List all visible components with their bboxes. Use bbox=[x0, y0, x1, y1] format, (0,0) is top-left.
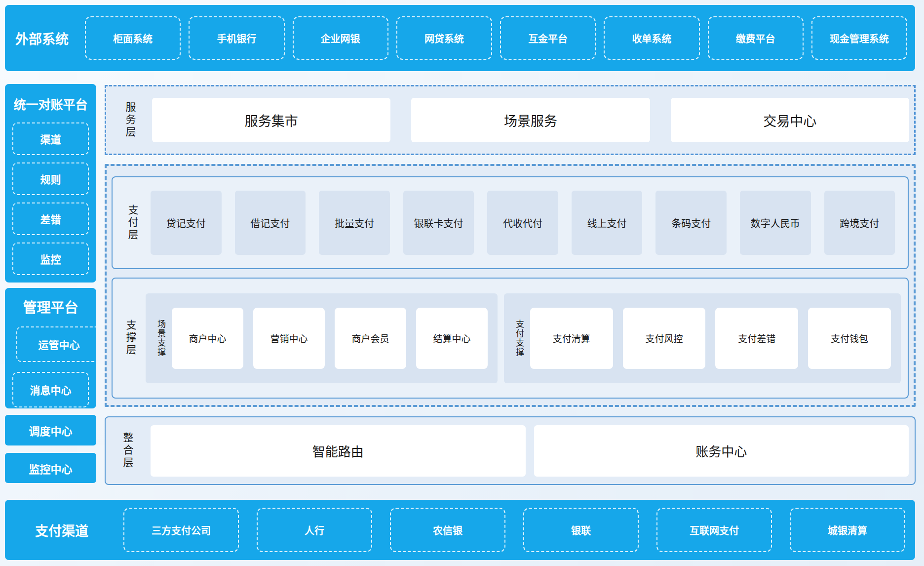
node-scenario-service: 场景服务 bbox=[411, 98, 650, 142]
external-systems-items: 柜面系统 手机银行 企业网银 网贷系统 互金平台 收单系统 缴费平台 现金管理系… bbox=[85, 16, 907, 60]
node-mobile-banking: 手机银行 bbox=[189, 16, 284, 60]
node-payment-clearing: 支付清算 bbox=[530, 308, 613, 369]
external-systems-title: 外部系统 bbox=[5, 29, 79, 48]
node-payment-wallet: 支付钱包 bbox=[808, 308, 891, 369]
node-channel: 渠道 bbox=[12, 122, 89, 155]
payment-channels-title: 支付渠道 bbox=[5, 521, 118, 540]
support-layer-label: 支撑层 bbox=[125, 320, 136, 357]
node-intelligent-routing: 智能路由 bbox=[151, 425, 526, 477]
node-batch-payment: 批量支付 bbox=[319, 191, 390, 255]
node-barcode-payment: 条码支付 bbox=[655, 191, 727, 255]
external-systems-bar: 外部系统 柜面系统 手机银行 企业网银 网贷系统 互金平台 收单系统 缴费平台 … bbox=[5, 5, 915, 71]
node-internet-finance-platform: 互金平台 bbox=[500, 16, 596, 60]
integration-layer-section: 整合层 智能路由 账务中心 bbox=[105, 416, 916, 485]
reconciliation-platform-items: 渠道 规则 差错 监控 bbox=[5, 122, 96, 275]
node-dispatch-center: 调度中心 bbox=[5, 415, 96, 445]
node-debit-payment: 借记支付 bbox=[235, 191, 306, 255]
node-payment-error: 支付差错 bbox=[715, 308, 798, 369]
node-monitoring: 监控 bbox=[12, 243, 89, 275]
node-settlement-center: 结算中心 bbox=[416, 308, 488, 369]
scene-support-items: 商户中心 营销中心 商户会员 结算中心 bbox=[172, 308, 488, 369]
node-merchant-center: 商户中心 bbox=[172, 308, 243, 369]
node-message-center: 消息中心 bbox=[12, 372, 89, 407]
node-counter-system: 柜面系统 bbox=[85, 16, 181, 60]
management-platform-items: 运管中心 消息中心 bbox=[5, 326, 96, 407]
node-merchant-member: 商户会员 bbox=[335, 308, 406, 369]
node-payment-risk-control: 支付风控 bbox=[623, 308, 706, 369]
support-layer-groups: 场景支撑 商户中心 营销中心 商户会员 结算中心 支付支撑 支付清算 支付风控 … bbox=[146, 293, 901, 383]
payment-support-group: 支付支撑 支付清算 支付风控 支付差错 支付钱包 bbox=[504, 293, 901, 383]
integration-layer-label: 整合层 bbox=[122, 432, 133, 469]
scene-support-group: 场景支撑 商户中心 营销中心 商户会员 结算中心 bbox=[146, 293, 498, 383]
node-corporate-ebank: 企业网银 bbox=[293, 16, 388, 60]
node-marketing-center: 营销中心 bbox=[253, 308, 325, 369]
payment-support-label: 支付支撑 bbox=[515, 320, 523, 357]
node-unionpay-card-payment: 银联卡支付 bbox=[403, 191, 474, 255]
service-layer-label: 服务层 bbox=[125, 102, 135, 139]
service-layer-section: 服务层 服务集市 场景服务 交易中心 bbox=[105, 85, 916, 155]
reconciliation-platform-title: 统一对账平台 bbox=[5, 95, 96, 113]
integration-layer-items: 智能路由 账务中心 bbox=[151, 425, 909, 477]
scene-support-label: 场景支撑 bbox=[156, 320, 165, 357]
node-acquiring-system: 收单系统 bbox=[604, 16, 699, 60]
node-online-payment: 线上支付 bbox=[572, 191, 643, 255]
management-platform-panel: 管理平台 运管中心 消息中心 bbox=[5, 288, 96, 408]
node-credit-payment: 贷记支付 bbox=[151, 191, 222, 255]
node-rules: 规则 bbox=[12, 162, 89, 195]
node-digital-rmb: 数字人民币 bbox=[740, 191, 811, 255]
management-platform-title: 管理平台 bbox=[5, 297, 96, 317]
support-layer-section: 支撑层 场景支撑 商户中心 营销中心 商户会员 结算中心 支付支撑 支付清算 bbox=[112, 278, 909, 399]
core-layers-container: 支付层 贷记支付 借记支付 批量支付 银联卡支付 代收代付 线上支付 条码支付 … bbox=[105, 164, 916, 407]
node-service-market: 服务集市 bbox=[152, 98, 390, 142]
node-internet-payment: 互联网支付 bbox=[656, 508, 772, 552]
payment-layer-label: 支付层 bbox=[127, 204, 138, 242]
node-operation-center: 运管中心 bbox=[16, 326, 96, 362]
node-third-party-payment: 三方支付公司 bbox=[123, 508, 239, 552]
node-rural-credit-bank: 农信银 bbox=[390, 508, 505, 552]
payment-support-items: 支付清算 支付风控 支付差错 支付钱包 bbox=[530, 308, 891, 369]
node-unionpay: 银联 bbox=[523, 508, 639, 552]
node-accounting-center: 账务中心 bbox=[534, 425, 909, 477]
node-pboc: 人行 bbox=[257, 508, 372, 552]
payment-layer-items: 贷记支付 借记支付 批量支付 银联卡支付 代收代付 线上支付 条码支付 数字人民… bbox=[151, 191, 895, 255]
node-city-bank-clearing: 城银清算 bbox=[790, 508, 905, 552]
reconciliation-platform-panel: 统一对账平台 渠道 规则 差错 监控 bbox=[5, 84, 96, 283]
node-transaction-center: 交易中心 bbox=[671, 98, 909, 142]
node-collection-payment: 代收代付 bbox=[487, 191, 558, 255]
payment-channels-items: 三方支付公司 人行 农信银 银联 互联网支付 城银清算 bbox=[123, 508, 905, 552]
node-online-loan-system: 网贷系统 bbox=[396, 16, 492, 60]
payment-layer-section: 支付层 贷记支付 借记支付 批量支付 银联卡支付 代收代付 线上支付 条码支付 … bbox=[112, 176, 909, 269]
node-monitoring-center: 监控中心 bbox=[5, 453, 96, 483]
node-fee-payment-platform: 缴费平台 bbox=[708, 16, 804, 60]
service-layer-items: 服务集市 场景服务 交易中心 bbox=[152, 98, 909, 142]
payment-channels-bar: 支付渠道 三方支付公司 人行 农信银 银联 互联网支付 城银清算 bbox=[5, 500, 915, 560]
node-errors: 差错 bbox=[12, 202, 89, 235]
node-cash-management-system: 现金管理系统 bbox=[811, 16, 907, 60]
payment-architecture-diagram: 外部系统 柜面系统 手机银行 企业网银 网贷系统 互金平台 收单系统 缴费平台 … bbox=[0, 0, 924, 566]
node-cross-border-payment: 跨境支付 bbox=[824, 191, 895, 255]
